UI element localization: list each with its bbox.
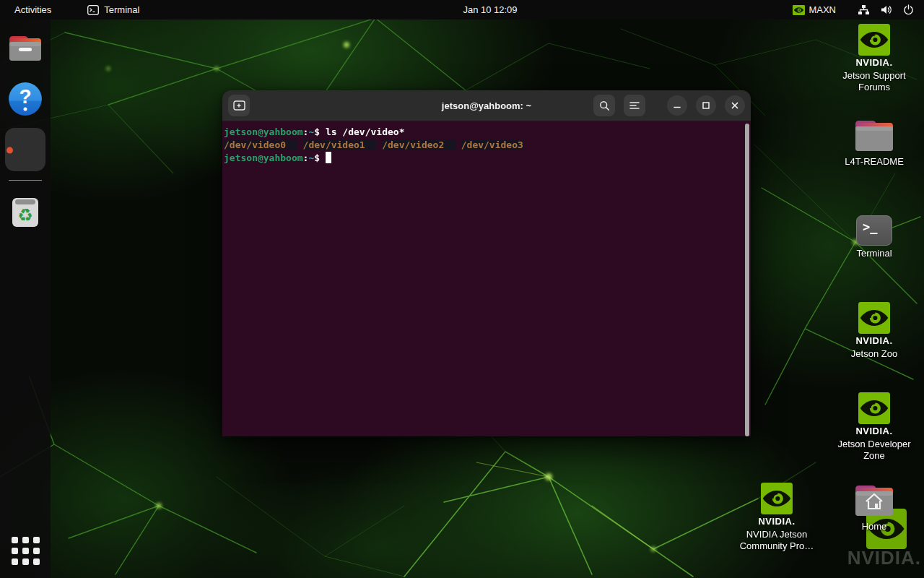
power-icon xyxy=(903,4,914,15)
dock-item-help[interactable]: ? xyxy=(0,79,51,119)
terminal-icon: >_ xyxy=(856,215,892,246)
search-button[interactable] xyxy=(593,95,615,116)
svg-text:?: ? xyxy=(19,85,31,108)
power-mode-indicator: MAXN xyxy=(793,4,836,15)
terminal-app-icon xyxy=(87,5,99,15)
trash-icon: ♻ xyxy=(8,195,43,230)
folder-icon xyxy=(853,483,895,519)
new-tab-button[interactable] xyxy=(228,95,250,116)
focused-app-menu[interactable]: Terminal xyxy=(80,0,147,20)
terminal-line: jetson@yahboom:~$ xyxy=(224,152,741,165)
dock: ? >_ ♻ xyxy=(0,20,51,578)
desktop-icon-nvidia-jetson-community-pro[interactable]: NVIDIA.NVIDIA Jetson Community Pro… xyxy=(733,483,820,552)
terminal-titlebar[interactable]: jetson@yahboom: ~ xyxy=(222,90,751,121)
desktop-icon-label: Jetson Zoo xyxy=(851,348,897,360)
nvidia-wordmark: NVIDIA. xyxy=(855,426,892,436)
nvidia-logo-icon xyxy=(793,5,805,15)
desktop-icon-label: Jetson Developer Zone xyxy=(832,439,917,462)
focused-app-label: Terminal xyxy=(104,4,139,15)
terminal-line: jetson@yahboom:~$ ls /dev/video* xyxy=(224,126,741,139)
folder-icon xyxy=(7,33,43,64)
help-icon: ? xyxy=(7,81,43,117)
terminal-scrollbar[interactable] xyxy=(745,124,749,436)
desktop-icon-label: Jetson Support Forums xyxy=(832,70,917,93)
folder-icon xyxy=(853,118,895,154)
nvidia-eye-icon xyxy=(858,302,890,334)
maximize-button[interactable] xyxy=(696,95,716,116)
dock-item-terminal[interactable]: >_ xyxy=(0,128,51,173)
desktop-icon-home[interactable]: Home xyxy=(831,483,918,532)
power-mode-label: MAXN xyxy=(808,4,836,15)
volume-icon xyxy=(880,4,893,15)
nvidia-eye-icon xyxy=(858,392,890,424)
activities-button[interactable]: Activities xyxy=(7,0,58,20)
terminal-line: /dev/video0 /dev/video1 /dev/video2 /dev… xyxy=(224,139,741,152)
terminal-content[interactable]: jetson@yahboom:~$ ls /dev/video*/dev/vid… xyxy=(222,121,751,436)
top-bar: Activities Terminal Jan 10 12:09 MAXN xyxy=(0,0,924,20)
desktop-icon-label: NVIDIA Jetson Community Pro… xyxy=(734,529,819,552)
desktop-icon-label: L4T-README xyxy=(845,156,904,168)
minimize-button[interactable] xyxy=(667,95,687,116)
desktop-icon-label: Terminal xyxy=(856,248,892,259)
desktop-icon-l4t-readme[interactable]: L4T-README xyxy=(831,118,918,168)
desktop-icon-jetson-developer-zone[interactable]: NVIDIA.Jetson Developer Zone xyxy=(831,392,918,462)
dock-item-files[interactable] xyxy=(0,28,51,69)
close-button[interactable] xyxy=(725,95,745,116)
nvidia-eye-icon xyxy=(761,483,793,514)
dock-separator xyxy=(9,180,42,181)
nvidia-wordmark: NVIDIA. xyxy=(758,516,795,527)
desktop: NVIDIA. NVIDIA.Jetson Support Forums L4T… xyxy=(0,0,924,578)
nvidia-wordmark: NVIDIA. xyxy=(847,547,921,569)
network-wired-icon xyxy=(858,4,870,15)
desktop-icon-jetson-support-forums[interactable]: NVIDIA.Jetson Support Forums xyxy=(831,24,918,93)
svg-text:♻: ♻ xyxy=(17,205,33,225)
running-indicator-dot xyxy=(6,147,13,154)
desktop-icon-label: Home xyxy=(862,521,887,532)
system-status-area[interactable]: MAXN xyxy=(788,0,918,20)
terminal-cursor xyxy=(326,152,331,163)
clock[interactable]: Jan 10 12:09 xyxy=(436,0,544,20)
menu-button[interactable] xyxy=(624,95,645,116)
desktop-icon-terminal[interactable]: >_Terminal xyxy=(831,215,918,259)
nvidia-wordmark: NVIDIA. xyxy=(855,335,892,346)
desktop-icon-jetson-zoo[interactable]: NVIDIA.Jetson Zoo xyxy=(831,302,918,360)
nvidia-eye-icon xyxy=(858,24,890,56)
dock-item-trash[interactable]: ♻ xyxy=(0,192,51,233)
show-applications-button[interactable] xyxy=(12,537,40,565)
terminal-window: jetson@yahboom: ~ xyxy=(222,90,751,436)
nvidia-wordmark: NVIDIA. xyxy=(855,57,892,68)
